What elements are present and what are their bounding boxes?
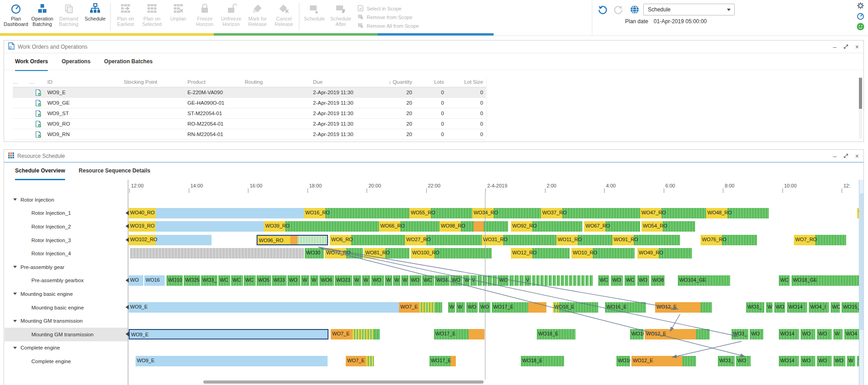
gantt-bar[interactable]: WO81_RO	[364, 248, 409, 258]
gantt-bar[interactable]: WO16	[144, 275, 165, 286]
tab-operations[interactable]: Operations	[61, 58, 90, 71]
column-lot-size[interactable]: Lot Size	[447, 79, 486, 85]
column-routing[interactable]: Routing	[245, 79, 313, 85]
gantt-bar[interactable]: WO7_E	[399, 302, 442, 313]
gantt-bar[interactable]: WO7_E	[331, 329, 380, 339]
gantt-bar[interactable]	[532, 275, 535, 286]
gantt-resource-label[interactable]: Pre-assembly gearbox	[31, 274, 84, 288]
gantt-bar[interactable]: WO18_E	[537, 329, 575, 339]
gantt-bar[interactable]	[515, 275, 519, 286]
gantt-bar[interactable]: WO18_GE	[792, 275, 862, 286]
gantt-resource-label[interactable]: Rotor Injection_2	[31, 220, 71, 233]
demand-batching-button[interactable]: Demand Batching	[56, 2, 82, 27]
gantt-bar[interactable]: WO54_RO	[641, 221, 695, 232]
gantt-bar[interactable]: WC	[218, 275, 230, 286]
gantt-bar[interactable]	[478, 275, 482, 286]
gantt-bar[interactable]: WO10_RO	[571, 248, 635, 258]
unlock-icon-button[interactable]: Unfreeze Horizon	[218, 2, 244, 27]
gantt-bar[interactable]: WO7_E	[346, 356, 374, 366]
gantt-bar[interactable]: W	[301, 275, 309, 286]
sort-descending-icon[interactable]: ↓	[389, 79, 391, 85]
gantt-bar[interactable]	[557, 275, 560, 286]
gantt-bar[interactable]: WO6_RO	[330, 235, 405, 245]
gantt-bar[interactable]: WC	[244, 275, 256, 286]
gantt-bar[interactable]	[549, 275, 552, 286]
gantt-bar[interactable]: WO18_E	[553, 302, 598, 313]
collapse-triangle-icon[interactable]	[13, 293, 17, 295]
column-id[interactable]: ID	[47, 79, 124, 85]
gantt-bar[interactable]: WO31_RO	[482, 235, 556, 245]
gantt-bar[interactable]: WO23	[335, 275, 352, 286]
gantt-bar[interactable]: WO12_E	[655, 302, 712, 313]
gantt-bar[interactable]: W	[310, 275, 318, 286]
gantt-bar[interactable]	[540, 275, 544, 286]
gantt-bar[interactable]: WO	[371, 275, 384, 286]
gantt-group-label[interactable]: Mounting basic engine	[13, 287, 73, 301]
gantt-bar[interactable]: WO	[817, 329, 832, 339]
gantt-bar[interactable]: WO14	[779, 356, 799, 366]
table-row[interactable]: WO9_RORO-M22054-012-Apr-2019 11:302000	[13, 119, 486, 129]
status-smiley-icon[interactable]	[857, 23, 864, 32]
gantt-bar[interactable]: WO8	[651, 275, 665, 286]
gear-settings-icon[interactable]	[857, 2, 864, 11]
gantt-bar[interactable]: V	[525, 275, 531, 286]
mark-for-release-button[interactable]: Mark for Release	[244, 2, 271, 27]
gantt-bar[interactable]: WO91_RO	[612, 235, 680, 245]
gantt-bar[interactable]	[863, 221, 864, 232]
column-quantity[interactable]: ↓ Quantity	[377, 79, 415, 85]
gantt-bar[interactable]: V	[470, 275, 477, 286]
maximize-icon[interactable]	[843, 153, 848, 159]
gantt-bar[interactable]: WO4_I	[809, 302, 829, 313]
gantt-bar[interactable]: WO	[831, 302, 840, 313]
redo-button[interactable]	[613, 5, 623, 16]
gantt-bar[interactable]: WO	[466, 302, 478, 313]
gantt-bar[interactable]: WO	[450, 275, 462, 286]
gantt-group-label[interactable]: Complete engine	[13, 341, 60, 355]
plan-on-selected-button[interactable]: Plan on Selected	[139, 2, 165, 27]
table-row[interactable]: WO9_RNRN-M22054-012-Apr-2019 11:302000	[13, 129, 486, 140]
globe-icon[interactable]	[630, 5, 640, 16]
gantt-bar[interactable]: WC	[498, 275, 509, 286]
gantt-bar[interactable]: WO76_RO	[701, 235, 757, 245]
gantt-bar[interactable]: W	[393, 275, 400, 286]
gantt-bar[interactable]: WO	[129, 275, 143, 286]
gantt-bar[interactable]: WO16	[630, 329, 644, 339]
gantt-horizontal-scrollbar[interactable]	[203, 380, 484, 384]
remove-from-scope-item[interactable]: Remove from Scope	[358, 13, 419, 21]
gantt-bar[interactable]: WO11_RO	[556, 235, 612, 245]
unplan-button[interactable]: Unplan	[165, 2, 192, 21]
gantt-bar[interactable]	[520, 275, 524, 286]
gantt-vertical-scrollbar[interactable]	[859, 180, 863, 385]
gantt-resource-label[interactable]: Mounting basic engine	[31, 301, 84, 314]
gantt-bar[interactable]	[493, 275, 497, 286]
collapse-triangle-icon[interactable]	[13, 320, 17, 322]
gantt-bar[interactable]	[573, 275, 576, 286]
tab-resource-sequence-details[interactable]: Resource Sequence Details	[79, 167, 150, 180]
remove-all-from-scope-item[interactable]: Remove All from Scope	[358, 21, 419, 30]
gantt-bar[interactable]	[536, 275, 540, 286]
gantt-bar[interactable]: WO34_RO	[472, 208, 541, 218]
gantt-bar[interactable]: WO	[774, 302, 785, 313]
tab-work-orders[interactable]: Work Orders	[15, 58, 48, 71]
gantt-bar[interactable]: WO92_RO	[511, 221, 582, 232]
gantt-bar[interactable]: WO7_RO	[794, 235, 846, 245]
column-stocking-point[interactable]: Stocking Point	[124, 79, 187, 85]
gantt-bar[interactable]: WO66_RO	[379, 221, 439, 232]
gantt-bar[interactable]: WO16	[616, 356, 630, 366]
gantt-bar[interactable]: WO49_RO	[637, 248, 692, 258]
gantt-bar[interactable]: WO10	[167, 275, 183, 286]
gantt-bar[interactable]: WC	[625, 275, 636, 286]
gantt-group-label[interactable]: Rotor Injection	[13, 193, 54, 207]
schedule-board-button[interactable]: Schedule	[301, 2, 328, 21]
gantt-bar[interactable]	[130, 248, 304, 258]
collapse-triangle-icon[interactable]	[13, 266, 17, 268]
plan-on-earliest-button[interactable]: Plan on Earliest	[112, 2, 139, 27]
gantt-bar[interactable]: WC	[422, 275, 434, 286]
gantt-bar[interactable]: WO67_RO	[584, 221, 640, 232]
gantt-bar[interactable]: WO3	[435, 275, 449, 286]
gantt-bar[interactable]: WO	[637, 275, 649, 286]
gantt-bar-selected[interactable]: WO96_RO	[257, 235, 328, 245]
column-due[interactable]: Due	[313, 79, 377, 85]
collapse-triangle-icon[interactable]	[13, 347, 17, 349]
gantt-bar[interactable]	[577, 275, 580, 286]
